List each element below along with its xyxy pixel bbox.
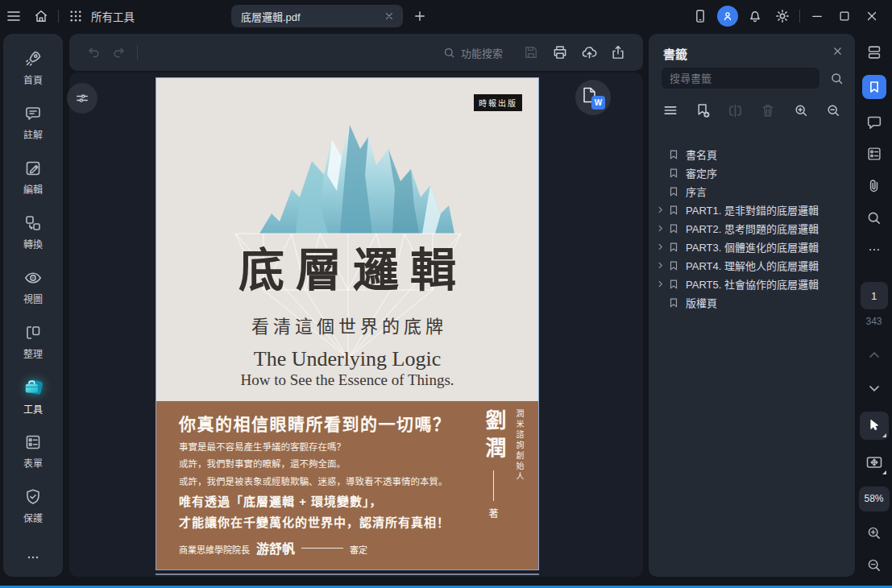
- bookmark-icon: [667, 297, 680, 308]
- forms-icon: [23, 433, 43, 452]
- sidebar-label-organize: 整理: [23, 346, 43, 360]
- next-page-button[interactable]: [862, 376, 886, 400]
- attachments-tab-button[interactable]: [862, 174, 886, 197]
- tool-dropdown-corner: [882, 470, 886, 474]
- sidebar-more-button[interactable]: [25, 549, 41, 565]
- sidebar-item-forms[interactable]: 表單: [7, 425, 59, 477]
- add-bookmark-button[interactable]: [692, 100, 713, 121]
- pdf-page[interactable]: 時報出版 底層邏輯 看清這個世界的底牌 The Underlying Logic: [156, 77, 539, 570]
- close-window-button[interactable]: [858, 3, 886, 29]
- settings-button[interactable]: [769, 3, 796, 29]
- save-button[interactable]: [519, 40, 543, 64]
- author-name: 劉潤: [479, 409, 508, 464]
- share-button[interactable]: [606, 40, 630, 64]
- cloud-upload-button[interactable]: [577, 40, 601, 64]
- current-page-input[interactable]: 1: [861, 282, 888, 308]
- bookmark-item[interactable]: PART4. 理解他人的底層邏輯: [649, 256, 855, 275]
- bookmarks-close-icon[interactable]: [832, 45, 844, 57]
- bookmark-item[interactable]: PART3. 個體進化的底層邏輯: [649, 238, 855, 256]
- notifications-button[interactable]: [741, 3, 769, 29]
- view-settings-fab[interactable]: [67, 83, 97, 114]
- sidebar-item-protect[interactable]: 保護: [7, 480, 59, 532]
- main-menu-button[interactable]: [0, 3, 27, 29]
- print-button[interactable]: [548, 40, 572, 64]
- rename-bookmark-button[interactable]: [725, 100, 746, 121]
- redo-button[interactable]: [106, 40, 131, 64]
- comment-bubble-icon: [865, 114, 883, 131]
- fields-tab-button[interactable]: [862, 142, 886, 165]
- chevron-right-icon[interactable]: [654, 261, 666, 270]
- new-tab-button[interactable]: [409, 6, 430, 26]
- comments-tab-button[interactable]: [862, 110, 886, 134]
- person-icon: [721, 10, 734, 23]
- zoom-level-button[interactable]: 58%: [859, 487, 890, 511]
- book-subtitle: 看清這個世界的底牌: [156, 312, 538, 337]
- all-tools-button[interactable]: [62, 3, 89, 29]
- delete-bookmark-button[interactable]: [757, 100, 778, 121]
- search-document-button[interactable]: [862, 205, 886, 229]
- home-button[interactable]: [27, 3, 55, 29]
- bookmark-item[interactable]: 序言: [649, 182, 855, 201]
- expand-all-button[interactable]: [660, 100, 681, 121]
- bookmarks-zoom-in-button[interactable]: [790, 100, 811, 121]
- bookmarks-search-input[interactable]: [662, 68, 819, 89]
- document-viewport[interactable]: 時報出版 底層邏輯 看清這個世界的底牌 The Underlying Logic: [69, 72, 643, 577]
- zoom-in-button[interactable]: [862, 521, 886, 545]
- bookmarks-tab-button[interactable]: [862, 75, 886, 98]
- bookmark-item[interactable]: 版權頁: [649, 293, 855, 312]
- convert-to-word-fab[interactable]: W: [575, 80, 611, 115]
- book-title-english: The Underlying Logic: [156, 347, 538, 371]
- sidebar-item-organize[interactable]: 整理: [7, 316, 59, 367]
- paperclip-icon: [865, 177, 882, 194]
- edit-icon: [23, 159, 43, 178]
- search-icon: [865, 209, 882, 226]
- all-tools-label[interactable]: 所有工具: [91, 8, 135, 24]
- redo-icon: [110, 44, 127, 60]
- sidebar-item-edit[interactable]: 編輯: [7, 151, 59, 203]
- undo-button[interactable]: [82, 40, 106, 64]
- bookmarks-zoom-out-button[interactable]: [823, 100, 844, 121]
- tab-close-icon[interactable]: [384, 10, 395, 22]
- bookmarks-search-icon[interactable]: [829, 71, 844, 86]
- sidebar-item-convert[interactable]: 轉換: [7, 206, 59, 258]
- sidebar-item-view[interactable]: 視圖: [7, 261, 59, 313]
- document-tab[interactable]: 底層邏輯.pdf: [231, 5, 403, 27]
- bookmark-item[interactable]: 審定序: [649, 164, 855, 182]
- zoom-level-value: 58%: [864, 493, 883, 504]
- maximize-button[interactable]: [831, 3, 858, 29]
- window-controls-divider: [799, 10, 800, 23]
- pan-tool-icon: [865, 453, 884, 472]
- sidebar-item-annotate[interactable]: 註解: [7, 97, 59, 148]
- bookmark-item[interactable]: PART1. 是非對錯的底層邏輯: [649, 201, 855, 219]
- zoom-out-button[interactable]: [862, 553, 886, 577]
- chevron-right-icon[interactable]: [654, 205, 666, 214]
- chevron-right-icon[interactable]: [654, 280, 666, 288]
- chevron-right-icon[interactable]: [654, 224, 666, 233]
- sidebar-item-tools[interactable]: 工具: [7, 371, 59, 422]
- sidebar-item-home[interactable]: 首頁: [7, 42, 59, 93]
- page-thumbnails-button[interactable]: [862, 40, 886, 64]
- hand-pan-tool-button[interactable]: [860, 448, 889, 476]
- bookmark-item[interactable]: PART5. 社會協作的底層邏輯: [649, 275, 855, 293]
- reviewer-tag: 審定: [350, 543, 367, 556]
- previous-page-button[interactable]: [862, 343, 886, 366]
- tool-dropdown-corner: [882, 433, 886, 437]
- maximize-icon: [837, 9, 852, 23]
- document-toolbar: 功能搜索: [69, 34, 643, 71]
- bookmark-item[interactable]: 書名頁: [649, 145, 855, 164]
- sidebar-label-edit: 編輯: [23, 182, 43, 196]
- cover-body-text: 事實是最不容易產生爭議的客觀存在嗎？ 或許，我們對事實的瞭解，還不夠全面。 或許…: [179, 439, 448, 491]
- mobile-device-button[interactable]: [687, 3, 714, 29]
- select-tool-button[interactable]: [860, 412, 889, 440]
- bell-icon: [747, 8, 763, 24]
- rail-more-button[interactable]: [862, 238, 886, 261]
- user-avatar[interactable]: [717, 6, 738, 27]
- book-subtitle-english: How to See the Essence of Things.: [156, 371, 538, 389]
- function-search[interactable]: 功能搜索: [442, 45, 503, 60]
- bookmark-icon: [867, 80, 882, 94]
- chevron-right-icon[interactable]: [654, 242, 666, 251]
- bookmark-item[interactable]: PART2. 思考問題的底層邏輯: [649, 219, 855, 238]
- share-icon: [610, 44, 626, 60]
- zoom-out-icon: [865, 557, 882, 574]
- minimize-button[interactable]: [803, 3, 831, 29]
